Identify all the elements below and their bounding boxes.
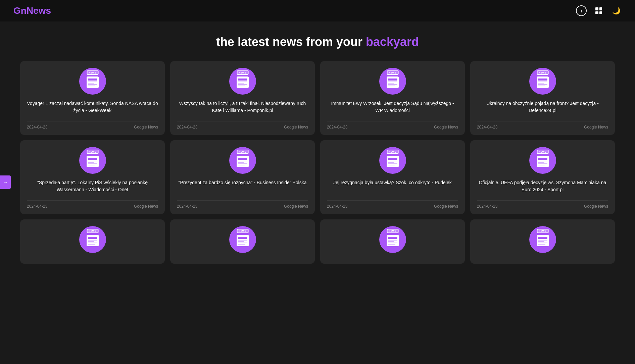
card-title: "Sprzedała partię". Lokalny PiS wściekły…	[27, 179, 158, 196]
news-card[interactable]: NEWS	[20, 219, 165, 264]
card-footer: 2024-04-23Google News	[27, 200, 158, 209]
card-source: Google News	[284, 204, 308, 209]
news-card[interactable]: NEWS Voyager 1 zaczął nadawać komunikaty…	[20, 61, 165, 135]
card-source: Google News	[284, 125, 308, 129]
news-icon-circle: NEWS	[379, 68, 406, 95]
card-date: 2024-04-23	[477, 125, 497, 129]
card-source: Google News	[584, 204, 608, 209]
card-title: Jej rezygnacja była ustawką? Szok, co od…	[333, 179, 452, 196]
card-footer: 2024-04-23Google News	[177, 200, 308, 209]
news-card[interactable]: NEWS "Sprzedała partię". Lokalny PiS wśc…	[20, 140, 165, 214]
card-title: Wszyscy tak na to liczyli, a tu taki fin…	[177, 100, 308, 117]
card-title: Ukraińcy na obczyźnie pojadą na front? J…	[477, 100, 608, 117]
card-footer: 2024-04-23Google News	[27, 121, 158, 129]
news-icon-circle: NEWS	[529, 147, 556, 174]
card-footer: 2024-04-23Google News	[477, 200, 608, 209]
news-icon-circle: NEWS	[79, 226, 106, 253]
news-card[interactable]: NEWS "Prezydent za bardzo się rozpycha" …	[170, 140, 315, 214]
news-icon-circle: NEWS	[79, 147, 106, 174]
news-icon-circle: NEWS	[379, 147, 406, 174]
card-footer: 2024-04-23Google News	[327, 200, 458, 209]
news-card[interactable]: NEWS	[170, 219, 315, 264]
card-title: "Prezydent za bardzo się rozpycha" - Bus…	[179, 179, 307, 196]
news-grid: NEWS Voyager 1 zaczął nadawać komunikaty…	[20, 61, 615, 264]
logo[interactable]: GnNews	[13, 5, 51, 16]
moon-icon[interactable]: 🌙	[611, 5, 622, 16]
card-footer: 2024-04-23Google News	[177, 121, 308, 129]
news-icon-circle: NEWS	[379, 226, 406, 253]
card-date: 2024-04-23	[477, 204, 497, 209]
card-source: Google News	[434, 204, 458, 209]
card-source: Google News	[434, 125, 458, 129]
card-title: Immunitet Ewy Wrzosek. Jest decyzja Sądu…	[327, 100, 458, 117]
card-footer: 2024-04-23Google News	[327, 121, 458, 129]
hero-section: the latest news from your backyard	[20, 35, 615, 49]
card-date: 2024-04-23	[27, 204, 47, 209]
news-icon-circle: NEWS	[229, 147, 256, 174]
info-icon[interactable]: i	[576, 5, 587, 16]
card-date: 2024-04-23	[27, 125, 47, 129]
news-card[interactable]: NEWS Ukraińcy na obczyźnie pojadą na fro…	[470, 61, 615, 135]
news-icon-circle: NEWS	[529, 68, 556, 95]
card-date: 2024-04-23	[327, 204, 347, 209]
card-date: 2024-04-23	[177, 204, 197, 209]
card-title: Oficjalnie. UEFA podjęła decyzję ws. Szy…	[477, 179, 608, 196]
news-icon-circle: NEWS	[229, 68, 256, 95]
grid-icon[interactable]	[593, 5, 604, 16]
sidebar-toggle[interactable]: →	[0, 175, 11, 189]
news-card[interactable]: NEWS Wszyscy tak na to liczyli, a tu tak…	[170, 61, 315, 135]
main-content: the latest news from your backyard NEWS …	[0, 21, 635, 284]
header-icons: i 🌙	[576, 5, 622, 16]
hero-heading: the latest news from your backyard	[20, 35, 615, 49]
card-date: 2024-04-23	[327, 125, 347, 129]
news-card[interactable]: NEWS Jej rezygnacja była ustawką? Szok, …	[320, 140, 465, 214]
news-card[interactable]: NEWS	[470, 219, 615, 264]
news-icon-circle: NEWS	[229, 226, 256, 253]
card-source: Google News	[584, 125, 608, 129]
news-icon-circle: NEWS	[529, 226, 556, 253]
card-source: Google News	[134, 204, 158, 209]
header: GnNews i 🌙	[0, 0, 635, 21]
card-source: Google News	[134, 125, 158, 129]
news-card[interactable]: NEWS	[320, 219, 465, 264]
news-card[interactable]: NEWS Immunitet Ewy Wrzosek. Jest decyzja…	[320, 61, 465, 135]
card-date: 2024-04-23	[177, 125, 197, 129]
news-card[interactable]: NEWS Oficjalnie. UEFA podjęła decyzję ws…	[470, 140, 615, 214]
card-title: Voyager 1 zaczął nadawać komunikaty. Son…	[27, 100, 158, 117]
news-icon-circle: NEWS	[79, 68, 106, 95]
card-footer: 2024-04-23Google News	[477, 121, 608, 129]
